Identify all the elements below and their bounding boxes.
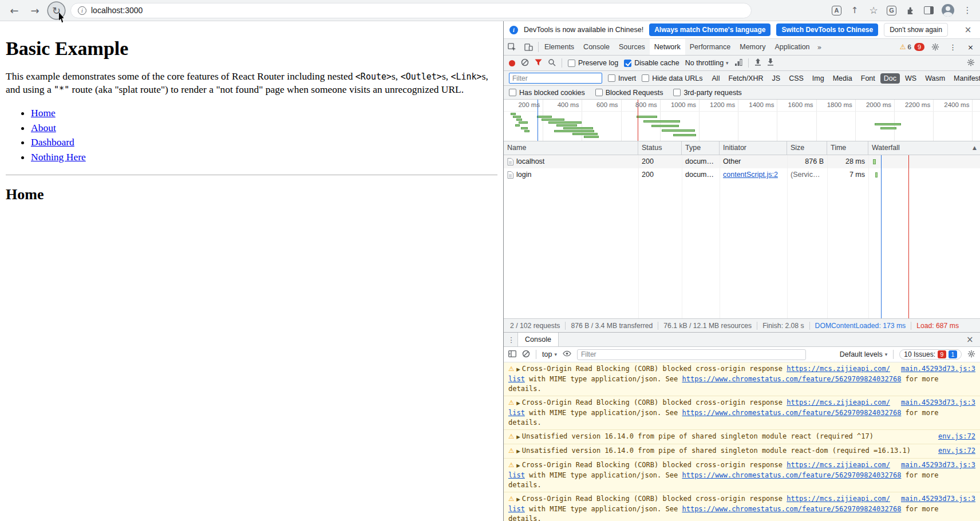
tab-network[interactable]: Network bbox=[650, 39, 685, 55]
col-waterfall[interactable]: Waterfall▲ bbox=[868, 141, 980, 155]
invert-checkbox[interactable]: Invert bbox=[608, 74, 636, 82]
col-size[interactable]: Size bbox=[787, 141, 827, 155]
dismiss-banner-button[interactable]: Don't show again bbox=[884, 23, 948, 37]
network-settings-gear-icon[interactable] bbox=[967, 58, 975, 68]
settings-gear-icon[interactable] bbox=[927, 43, 943, 51]
console-warning-message[interactable]: env.js:72⚠▶Unsatisfied version 16.14.0 f… bbox=[504, 430, 980, 444]
col-type[interactable]: Type bbox=[682, 141, 720, 155]
tab-elements[interactable]: Elements bbox=[540, 39, 579, 55]
share-icon[interactable]: ↑ bbox=[849, 5, 860, 16]
tab-console-drawer[interactable]: Console bbox=[517, 333, 559, 346]
extension-g-icon[interactable]: G bbox=[887, 6, 896, 15]
console-sidebar-icon[interactable] bbox=[508, 350, 516, 359]
col-status[interactable]: Status bbox=[638, 141, 682, 155]
page-link-home[interactable]: Home bbox=[31, 107, 56, 119]
console-message-link[interactable]: https://www.chromestatus.com/feature/562… bbox=[682, 375, 901, 383]
filter-chip-font[interactable]: Font bbox=[858, 73, 879, 84]
filter-chip-manifest[interactable]: Manifest bbox=[950, 73, 980, 84]
expand-caret-icon[interactable]: ▶ bbox=[516, 366, 520, 372]
inspect-element-icon[interactable] bbox=[504, 39, 520, 55]
drawer-close-icon[interactable]: × bbox=[966, 333, 979, 346]
filter-chip-js[interactable]: JS bbox=[769, 73, 784, 84]
blocked-requests-checkbox[interactable]: Blocked Requests bbox=[595, 89, 663, 97]
chrome-menu-icon[interactable]: ⋮ bbox=[962, 5, 973, 16]
console-warning-message[interactable]: main.45293d73.js:3⚠▶Cross-Origin Read Bl… bbox=[504, 492, 980, 521]
col-time[interactable]: Time bbox=[827, 141, 868, 155]
page-link-nothing-here[interactable]: Nothing Here bbox=[31, 151, 86, 163]
filter-chip-wasm[interactable]: Wasm bbox=[922, 73, 949, 84]
page-link-about[interactable]: About bbox=[31, 122, 56, 133]
tab-sources[interactable]: Sources bbox=[614, 39, 650, 55]
issues-counter[interactable]: 10 Issues: 9 1 bbox=[899, 349, 962, 360]
console-source-link[interactable]: main.45293d73.js:3 bbox=[901, 494, 975, 504]
3rd-party-requests-checkbox[interactable]: 3rd-party requests bbox=[673, 89, 741, 97]
expand-caret-icon[interactable]: ▶ bbox=[516, 448, 520, 454]
preserve-log-checkbox[interactable]: Preserve log bbox=[568, 59, 618, 67]
drawer-menu-icon[interactable]: ⋮ bbox=[505, 333, 517, 346]
throttling-dropdown[interactable]: No throttling▾ bbox=[685, 59, 729, 67]
address-bar[interactable]: i localhost:3000 bbox=[70, 3, 752, 18]
console-warning-message[interactable]: main.45293d73.js:3⚠▶Cross-Origin Read Bl… bbox=[504, 362, 980, 396]
export-har-icon[interactable] bbox=[767, 58, 774, 68]
expand-caret-icon[interactable]: ▶ bbox=[516, 434, 520, 440]
console-settings-gear-icon[interactable] bbox=[967, 350, 975, 360]
reload-button[interactable]: ↻ bbox=[48, 2, 65, 19]
bookmark-star-icon[interactable]: ☆ bbox=[868, 5, 879, 16]
console-source-link[interactable]: env.js:72 bbox=[938, 432, 975, 441]
side-panel-icon[interactable] bbox=[923, 5, 934, 16]
tab-performance[interactable]: Performance bbox=[685, 39, 736, 55]
disable-cache-checkbox[interactable]: Disable cache bbox=[624, 59, 679, 67]
live-expression-eye-icon[interactable] bbox=[563, 350, 571, 358]
expand-caret-icon[interactable]: ▶ bbox=[516, 400, 520, 406]
filter-chip-fetch-xhr[interactable]: Fetch/XHR bbox=[725, 73, 766, 84]
banner-close-icon[interactable]: × bbox=[962, 25, 974, 35]
devtools-close-icon[interactable]: × bbox=[962, 43, 979, 52]
filter-chip-css[interactable]: CSS bbox=[785, 73, 807, 84]
hide-data-urls-checkbox[interactable]: Hide data URLs bbox=[642, 74, 702, 82]
back-button[interactable]: ← bbox=[7, 3, 22, 18]
initiator-link[interactable]: contentScript.js:2 bbox=[723, 171, 778, 179]
console-message-link[interactable]: https://www.chromestatus.com/feature/562… bbox=[682, 471, 901, 479]
console-message-link[interactable]: https://www.chromestatus.com/feature/562… bbox=[682, 409, 901, 417]
profile-avatar[interactable] bbox=[942, 4, 954, 17]
page-info-icon[interactable]: i bbox=[78, 6, 86, 15]
console-source-link[interactable]: main.45293d73.js:3 bbox=[901, 460, 975, 470]
console-source-link[interactable]: main.45293d73.js:3 bbox=[901, 398, 975, 408]
error-badge[interactable]: 9 bbox=[914, 43, 924, 51]
clear-network-icon[interactable] bbox=[521, 58, 529, 68]
console-source-link[interactable]: env.js:72 bbox=[938, 446, 975, 456]
context-selector[interactable]: top▾ bbox=[542, 350, 557, 358]
filter-chip-doc[interactable]: Doc bbox=[880, 73, 900, 84]
expand-caret-icon[interactable]: ▶ bbox=[516, 463, 520, 468]
filter-chip-img[interactable]: Img bbox=[809, 73, 828, 84]
filter-funnel-icon[interactable] bbox=[535, 59, 542, 68]
filter-chip-ws[interactable]: WS bbox=[902, 73, 920, 84]
expand-caret-icon[interactable]: ▶ bbox=[516, 496, 520, 502]
switch-to-chinese-button[interactable]: Switch DevTools to Chinese bbox=[776, 23, 878, 36]
console-filter-input[interactable] bbox=[577, 349, 806, 360]
extensions-puzzle-icon[interactable] bbox=[904, 5, 915, 16]
search-icon[interactable] bbox=[548, 58, 556, 68]
console-warning-message[interactable]: main.45293d73.js:3⚠▶Cross-Origin Read Bl… bbox=[504, 396, 980, 430]
clear-console-icon[interactable] bbox=[522, 350, 530, 360]
col-name[interactable]: Name bbox=[504, 141, 638, 155]
console-warning-message[interactable]: env.js:72⚠▶Unsatisfied version 16.14.0 f… bbox=[504, 444, 980, 459]
filter-chip-all[interactable]: All bbox=[709, 73, 724, 84]
has-blocked-cookies-checkbox[interactable]: Has blocked cookies bbox=[509, 89, 585, 97]
filter-chip-media[interactable]: Media bbox=[829, 73, 856, 84]
tab-console[interactable]: Console bbox=[579, 39, 614, 55]
import-har-icon[interactable] bbox=[754, 58, 761, 68]
more-tabs-icon[interactable]: » bbox=[815, 39, 825, 55]
network-conditions-icon[interactable] bbox=[734, 59, 742, 68]
col-initiator[interactable]: Initiator bbox=[720, 141, 787, 155]
record-button[interactable] bbox=[509, 60, 515, 66]
network-overview[interactable]: 200 ms400 ms600 ms800 ms1000 ms1200 ms14… bbox=[504, 100, 980, 141]
network-filter-input[interactable] bbox=[509, 73, 602, 84]
console-message-link[interactable]: https://www.chromestatus.com/feature/562… bbox=[682, 505, 901, 513]
device-toolbar-icon[interactable] bbox=[520, 39, 537, 55]
forward-button[interactable]: → bbox=[27, 3, 42, 18]
match-language-button[interactable]: Always match Chrome's language bbox=[649, 23, 770, 36]
tab-application[interactable]: Application bbox=[770, 39, 814, 55]
tab-memory[interactable]: Memory bbox=[735, 39, 770, 55]
page-link-dashboard[interactable]: Dashboard bbox=[31, 136, 74, 148]
